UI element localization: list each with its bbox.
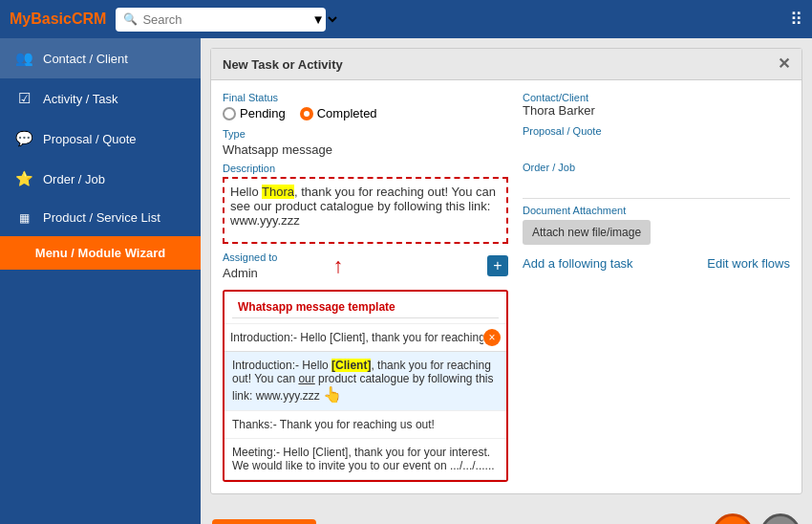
description-highlight: Thora (262, 185, 294, 199)
arrow-plus-group: ↑ (304, 255, 343, 276)
radio-pending-circle (223, 107, 236, 120)
underline-our: our (298, 372, 314, 385)
search-icon: 🔍 (123, 12, 138, 26)
final-status-label: Final Status (223, 92, 508, 103)
sidebar-item-product-service[interactable]: ▦ Product / Service List (0, 199, 201, 236)
radio-completed-circle (300, 107, 313, 120)
right-column: Contact/Client Thora Barker Proposal / Q… (523, 92, 790, 482)
up-arrow-icon: ↑ (332, 255, 343, 276)
description-box[interactable]: Hello Thora, thank you for reaching out!… (223, 177, 508, 244)
whatsapp-template-box: Whatsapp message template × Introduction… (223, 290, 508, 482)
description-label: Description (223, 163, 508, 174)
logo-basic: Basic (31, 11, 72, 27)
logo-crm: CRM (72, 11, 106, 27)
logo-my: My (10, 11, 31, 27)
page-wizard-button[interactable]: Page Wizard (212, 519, 316, 525)
template-header: Whatsapp message template (224, 292, 506, 324)
assigned-value: Admin (223, 266, 277, 280)
cursor-icon: 👆 (323, 386, 342, 403)
proposal-quote-value (523, 137, 790, 154)
dialog-header: New Task or Activity ✕ (211, 49, 801, 80)
app-logo: MyBasicCRM (10, 11, 106, 28)
sidebar-item-label: Product / Service List (43, 210, 160, 225)
sidebar-item-proposal-quote[interactable]: 💬 Proposal / Quote (0, 119, 201, 159)
search-input[interactable] (142, 12, 303, 27)
dialog-body: Final Status Pending Completed (211, 80, 801, 493)
proposal-icon: 💬 (14, 130, 33, 147)
edit-workflows-link[interactable]: Edit work flows (707, 256, 790, 271)
main-content: New Task or Activity ✕ Final Status Pend… (201, 38, 812, 524)
product-icon: ▦ (14, 211, 33, 225)
pending-label: Pending (240, 106, 286, 120)
contact-icon: 👥 (14, 50, 33, 67)
menu-module-wizard[interactable]: Menu / Module Wizard (0, 236, 201, 270)
document-label: Document Attachment (523, 205, 790, 216)
confirm-button[interactable]: ✓ (713, 513, 753, 524)
add-following-task-link[interactable]: Add a following task (523, 256, 633, 271)
search-bar[interactable]: 🔍 ▼ (116, 8, 326, 32)
template-search-input[interactable] (230, 331, 483, 344)
assigned-label: Assigned to (223, 251, 277, 263)
divider (523, 198, 790, 199)
template-item-thanks[interactable]: Thanks:- Thank you for reaching us out! (224, 411, 506, 439)
dialog-two-col: Final Status Pending Completed (223, 92, 790, 482)
client-highlight: [Client] (331, 359, 371, 372)
type-label: Type (223, 128, 508, 140)
contact-client-label: Contact/Client (523, 92, 790, 103)
sidebar-item-label: Order / Job (43, 172, 105, 186)
template-search-bar: × (224, 324, 506, 352)
order-job-value (523, 173, 790, 190)
template-title: Whatsapp message template (238, 300, 395, 314)
sidebar-item-label: Contact / Client (43, 52, 128, 66)
sidebar-item-contact-client[interactable]: 👥 Contact / Client (0, 38, 201, 78)
search-dropdown[interactable]: ▼ (308, 11, 340, 28)
contact-client-value: Thora Barker (523, 103, 790, 118)
grid-icon[interactable]: ⠿ (790, 9, 802, 30)
cancel-button[interactable]: ✕ (760, 513, 801, 524)
app-header: MyBasicCRM 🔍 ▼ ⠿ (0, 0, 812, 38)
dialog-title: New Task or Activity (223, 57, 343, 72)
dialog-new-task: New Task or Activity ✕ Final Status Pend… (210, 48, 802, 494)
sidebar-item-activity-task[interactable]: ☑ Activity / Task (0, 78, 201, 119)
proposal-quote-label: Proposal / Quote (523, 125, 790, 137)
action-row: Add a following task Edit work flows (523, 256, 790, 271)
main-layout: 👥 Contact / Client ☑ Activity / Task 💬 P… (0, 38, 812, 524)
type-value: Whatsapp message (223, 142, 508, 157)
completed-label: Completed (317, 106, 377, 120)
template-search-row: Whatsapp message template (232, 296, 499, 318)
radio-completed[interactable]: Completed (300, 106, 377, 120)
assigned-row: Assigned to Admin ↑ + (223, 251, 508, 280)
left-column: Final Status Pending Completed (223, 92, 508, 482)
template-close-button[interactable]: × (483, 329, 501, 346)
radio-group-status: Pending Completed (223, 106, 508, 120)
dialog-close-button[interactable]: ✕ (778, 56, 790, 72)
order-icon: ⭐ (14, 170, 33, 187)
bottom-bar: Page Wizard ✓ ✕ (201, 504, 812, 524)
sidebar-item-order-job[interactable]: ⭐ Order / Job (0, 159, 201, 199)
radio-pending[interactable]: Pending (223, 106, 286, 120)
template-item-meeting[interactable]: Meeting:- Hello [Client], thank you for … (224, 439, 506, 480)
action-buttons: ✓ ✕ (713, 513, 801, 524)
attach-file-button[interactable]: Attach new file/image (523, 220, 651, 245)
order-job-label: Order / Job (523, 162, 790, 173)
template-item-intro[interactable]: Introduction:- Hello [Client], thank you… (224, 352, 506, 411)
add-assigned-button[interactable]: + (487, 255, 508, 276)
sidebar-item-label: Proposal / Quote (43, 132, 137, 146)
sidebar-item-label: Activity / Task (43, 92, 118, 106)
activity-icon: ☑ (14, 90, 33, 107)
sidebar: 👥 Contact / Client ☑ Activity / Task 💬 P… (0, 38, 201, 524)
